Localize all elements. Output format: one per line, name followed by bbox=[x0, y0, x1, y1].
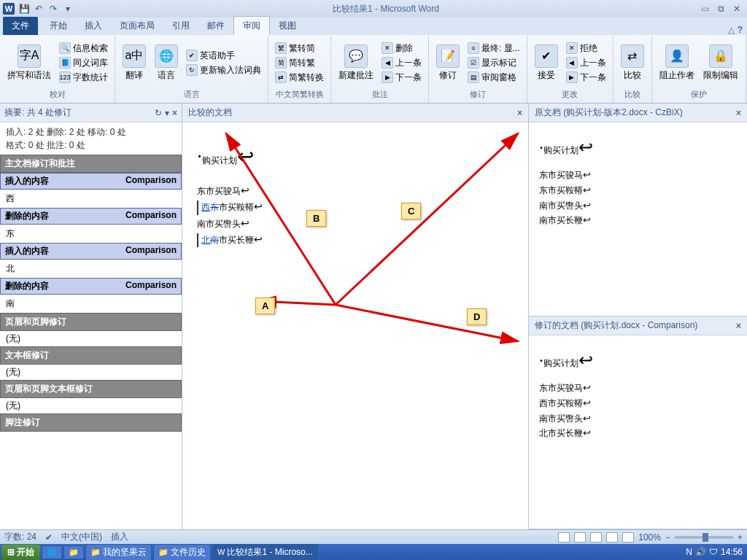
ribbon-group-comments: 💬新建批注 ✕删除 ◀上一条 ▶下一条 批注 bbox=[331, 35, 429, 103]
section-hf-textbox: 页眉和页脚文本框修订 bbox=[0, 380, 182, 398]
tab-review[interactable]: 审阅 bbox=[233, 16, 270, 35]
start-button[interactable]: ⊞开始 bbox=[1, 545, 40, 560]
next-comment-label: 下一条 bbox=[395, 71, 422, 84]
outline-view-icon[interactable] bbox=[606, 532, 618, 542]
original-close-icon[interactable]: × bbox=[736, 108, 741, 118]
research-button[interactable]: 🔍信息检索 bbox=[57, 42, 110, 55]
update-ime-button[interactable]: ↻更新输入法词典 bbox=[184, 63, 263, 77]
tab-references[interactable]: 引用 bbox=[163, 17, 198, 35]
tab-layout[interactable]: 页面布局 bbox=[111, 17, 163, 35]
revision-list[interactable]: 主文档修订和批注 插入的内容Comparison 西 删除的内容Comparis… bbox=[0, 155, 182, 529]
delete-comment-button[interactable]: ✕删除 bbox=[379, 42, 424, 55]
ribbon-group-tracking: 📝修订 ≡最终: 显... ☑显示标记 ▤审阅窗格 修订 bbox=[429, 35, 527, 103]
reviewing-pane-button[interactable]: ▤审阅窗格 bbox=[465, 71, 522, 85]
reject-button[interactable]: ✕拒绝 bbox=[564, 42, 608, 55]
word-app-icon: W bbox=[3, 3, 15, 15]
simp-to-trad-icon: 简 bbox=[275, 57, 287, 69]
original-doc-header: 原文档 (购买计划-版本2.docx - CzBiX) × bbox=[529, 104, 747, 122]
wordcount-button[interactable]: 123字数统计 bbox=[57, 71, 110, 85]
track-changes-icon: 📝 bbox=[436, 44, 460, 68]
restore-icon[interactable]: ⧉ bbox=[713, 3, 728, 15]
prev-comment-button[interactable]: ◀上一条 bbox=[379, 56, 424, 70]
qat-more-icon[interactable]: ▾ bbox=[61, 2, 74, 15]
tab-mailings[interactable]: 邮件 bbox=[198, 17, 233, 35]
show-markup-button[interactable]: ☑显示标记 bbox=[465, 56, 522, 70]
display-mode-button[interactable]: ≡最终: 显... bbox=[465, 42, 522, 55]
revision-item-header[interactable]: 删除的内容Comparison bbox=[0, 208, 182, 225]
web-layout-view-icon[interactable] bbox=[590, 532, 602, 542]
language-button[interactable]: 🌐语言 bbox=[152, 43, 181, 83]
tray-icon[interactable]: 🛡 bbox=[709, 547, 718, 557]
redo-icon[interactable]: ↷ bbox=[47, 2, 60, 15]
insert-mode[interactable]: 插入 bbox=[111, 531, 128, 543]
save-icon[interactable]: 💾 bbox=[18, 2, 31, 15]
spellcheck-button[interactable]: 字A拼写和语法 bbox=[4, 43, 54, 83]
ribbon-min-icon[interactable]: △ bbox=[728, 25, 735, 35]
revised-doc-title: 修订的文档 (购买计划.docx - Comparison) bbox=[535, 319, 697, 332]
quicklaunch-explorer-icon[interactable]: 📁 bbox=[63, 545, 84, 559]
reviewing-pane-header: 摘要: 共 4 处修订 ↻ ▾ × bbox=[0, 104, 182, 122]
original-doc-body[interactable]: ·购买计划↩ 东市买骏马↩ 东市买鞍鞯↩ 南市买辔头↩ 南市买长鞭↩ bbox=[529, 122, 747, 316]
pane-close-icon[interactable]: × bbox=[172, 108, 177, 118]
section-footnote: 脚注修订 bbox=[0, 413, 182, 432]
revision-item-header[interactable]: 删除的内容Comparison bbox=[0, 278, 182, 295]
zoom-level[interactable]: 100% bbox=[638, 532, 661, 542]
restrict-editing-button[interactable]: 🔒限制编辑 bbox=[700, 43, 741, 83]
compare-button[interactable]: ⇄比较 bbox=[618, 43, 647, 83]
tab-insert[interactable]: 插入 bbox=[76, 17, 111, 35]
taskbar-item[interactable]: 📁 文件历史 bbox=[153, 544, 211, 561]
taskbar-item-active[interactable]: W 比较结果1 - Microso... bbox=[212, 544, 318, 561]
new-comment-icon: 💬 bbox=[344, 44, 368, 68]
zoom-slider[interactable] bbox=[675, 536, 733, 539]
accept-button[interactable]: ✔接受 bbox=[532, 43, 561, 83]
rev-none: (无) bbox=[0, 365, 182, 380]
minimize-icon[interactable]: ▭ bbox=[697, 3, 712, 15]
tab-file[interactable]: 文件 bbox=[3, 17, 38, 35]
refresh-icon[interactable]: ↻ bbox=[155, 108, 162, 118]
simp-to-trad-button[interactable]: 简简转繁 bbox=[273, 56, 326, 70]
revision-item-header[interactable]: 插入的内容Comparison bbox=[0, 173, 182, 190]
help-icon[interactable]: ? bbox=[738, 25, 743, 35]
tray-icon[interactable]: 🔊 bbox=[695, 547, 706, 557]
group-label-proofing: 校对 bbox=[4, 89, 110, 101]
quicklaunch-ie-icon[interactable]: 🌐 bbox=[42, 545, 62, 559]
translate-button[interactable]: a中翻译 bbox=[120, 43, 149, 83]
translate-label: 翻译 bbox=[125, 69, 143, 82]
next-comment-button[interactable]: ▶下一条 bbox=[379, 71, 424, 85]
taskbar-label: 我的坚果云 bbox=[103, 546, 147, 559]
tab-home[interactable]: 开始 bbox=[41, 17, 76, 35]
draft-view-icon[interactable] bbox=[622, 532, 634, 542]
taskbar-item[interactable]: 📁 我的坚果云 bbox=[85, 544, 152, 561]
next-change-button[interactable]: ▶下一条 bbox=[564, 71, 608, 85]
english-assist-button[interactable]: ✔英语助手 bbox=[184, 49, 263, 63]
zoom-in-icon[interactable]: + bbox=[738, 532, 743, 542]
prev-change-button[interactable]: ◀上一条 bbox=[564, 56, 608, 70]
ribbon-group-protect: 👤阻止作者 🔒限制编辑 保护 bbox=[652, 35, 746, 103]
block-authors-button[interactable]: 👤阻止作者 bbox=[657, 43, 697, 83]
revised-doc-body[interactable]: ·购买计划↩ 东市买骏马↩ 西市买鞍鞯↩ 南市买辔头↩ 北市买长鞭↩ bbox=[529, 335, 747, 529]
undo-icon[interactable]: ↶ bbox=[32, 2, 45, 15]
print-layout-view-icon[interactable] bbox=[558, 532, 570, 542]
zoom-out-icon[interactable]: − bbox=[665, 532, 670, 542]
accept-label: 接受 bbox=[538, 69, 555, 82]
thesaurus-button[interactable]: 📘同义词库 bbox=[57, 56, 110, 70]
tab-view[interactable]: 视图 bbox=[270, 17, 305, 35]
revision-item-header[interactable]: 插入的内容Comparison bbox=[0, 243, 182, 260]
revised-close-icon[interactable]: × bbox=[736, 321, 741, 331]
fullscreen-view-icon[interactable] bbox=[574, 532, 586, 542]
language-status[interactable]: 中文(中国) bbox=[61, 531, 102, 543]
pane-options-icon[interactable]: ▾ bbox=[165, 108, 169, 118]
tray-icon[interactable]: N bbox=[686, 547, 692, 557]
zoom-thumb[interactable] bbox=[703, 533, 708, 542]
compared-close-icon[interactable]: × bbox=[517, 108, 522, 118]
trad-to-simp-button[interactable]: 繁繁转简 bbox=[273, 42, 326, 55]
proofing-status-icon[interactable]: ✔ bbox=[45, 532, 53, 542]
line-2-rest: 市买鞍鞯 bbox=[219, 202, 254, 212]
new-comment-button[interactable]: 💬新建批注 bbox=[336, 43, 376, 83]
compared-doc-body[interactable]: ·购买计划↩ 东市买骏马↩ 西东市买鞍鞯↩ 南市买辔头↩ 北南市买长鞭↩ A B… bbox=[182, 122, 528, 529]
word-count[interactable]: 字数: 24 bbox=[4, 531, 36, 543]
close-icon[interactable]: ✕ bbox=[729, 3, 744, 15]
clock[interactable]: 14:56 bbox=[721, 547, 743, 557]
convert-button[interactable]: ⇄简繁转换 bbox=[273, 71, 326, 85]
track-changes-button[interactable]: 📝修订 bbox=[433, 43, 462, 83]
